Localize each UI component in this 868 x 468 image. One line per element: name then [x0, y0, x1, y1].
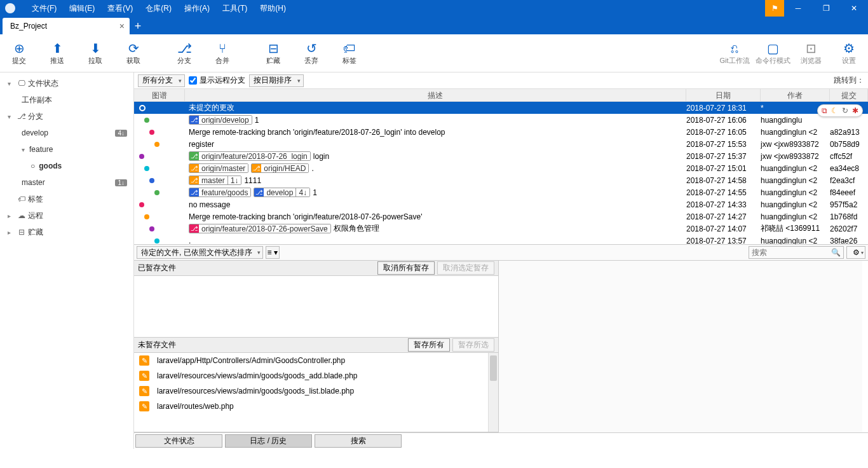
sidebar-branch-goods[interactable]: ○goods: [0, 158, 133, 174]
app-logo-icon: [5, 3, 15, 13]
commit-message: 未提交的更改: [189, 102, 234, 113]
unstaged-files-list[interactable]: ✎laravel/app/Http/Controllers/Admin/Good…: [134, 353, 488, 432]
commit-row[interactable]: ⎇origin/master⎇origin/HEAD.2018-07-27 15…: [134, 162, 868, 174]
branch-tag[interactable]: ⎇origin/feature/2018-07-26_login: [189, 151, 311, 161]
commit-row[interactable]: ⎇master1↓11112018-07-27 14:58huangdinglu…: [134, 174, 868, 186]
branch-tag[interactable]: ⎇origin/master: [189, 163, 248, 173]
merge-button[interactable]: ⑂合并: [203, 34, 241, 72]
file-row[interactable]: ✎laravel/app/Http/Controllers/Admin/Good…: [134, 353, 488, 368]
unstage-all-button[interactable]: 取消所有暂存: [377, 261, 435, 275]
col-graph[interactable]: 图谱: [134, 89, 185, 101]
branch-tag[interactable]: ⎇origin/HEAD: [251, 163, 309, 173]
pull-button[interactable]: ⬇拉取: [76, 34, 114, 72]
unstage-selected-button[interactable]: 取消选定暂存: [437, 261, 494, 275]
menu-help[interactable]: 帮助(H): [254, 3, 292, 14]
commit-date: 2018-07-27 13:57: [686, 237, 761, 245]
sidebar-stash[interactable]: ▸⊟贮藏: [0, 224, 133, 240]
file-row[interactable]: ✎laravel/resources/views/admin/goods/goo…: [134, 383, 488, 399]
commit-hash: f2ea3cf: [830, 176, 868, 185]
close-button[interactable]: ✕: [840, 0, 868, 17]
commit-row[interactable]: register2018-07-27 15:53jxw <jxw89338720…: [134, 138, 868, 150]
commit-row[interactable]: Merge remote-tracking branch 'origin/fea…: [134, 210, 868, 223]
sidebar-file-status[interactable]: ▾🖵文件状态: [0, 75, 133, 92]
sidebar-tags[interactable]: 🏷标签: [0, 191, 133, 207]
file-row[interactable]: ✎laravel/routes/web.php: [134, 399, 488, 414]
menu-tools[interactable]: 工具(T): [216, 3, 254, 14]
commit-button[interactable]: ⊕提交: [0, 34, 38, 72]
tag-button[interactable]: 🏷标签: [330, 34, 369, 72]
commit-row[interactable]: 未提交的更改2018-07-27 18:31*: [134, 102, 868, 114]
sidebar-branch-develop[interactable]: develop4↓: [0, 125, 133, 141]
branch-tag[interactable]: ⎇origin/feature/2018-07-26-powerSave: [189, 224, 331, 233]
unstaged-title: 未暂存文件: [138, 340, 176, 350]
diff-icon[interactable]: ⧉: [822, 106, 827, 115]
commit-row[interactable]: ⎇feature/goods⎇develop4↓12018-07-27 14:5…: [134, 186, 868, 198]
terminal-icon: ▢: [767, 41, 779, 56]
staged-files-list[interactable]: [134, 276, 498, 337]
sidebar-branches[interactable]: ▾⎇分支: [0, 108, 133, 125]
commit-row[interactable]: Merge remote-tracking branch 'origin/fea…: [134, 126, 868, 138]
stage-selected-button[interactable]: 暂存所选: [452, 338, 494, 352]
branch-button[interactable]: ⎇分支: [165, 34, 203, 72]
repo-tab[interactable]: Bz_Project ×: [3, 18, 130, 34]
sidebar-branch-feature[interactable]: ▾feature: [0, 141, 133, 158]
show-remote-checkbox[interactable]: 显示远程分支: [189, 75, 245, 86]
commit-row[interactable]: ⎇origin/develop12018-07-27 16:06huangdin…: [134, 114, 868, 126]
col-author[interactable]: 作者: [761, 89, 830, 101]
minimize-button[interactable]: ─: [784, 0, 812, 17]
modified-icon: ✎: [139, 355, 149, 366]
menu-file[interactable]: 文件(F): [25, 3, 63, 14]
search-input[interactable]: 🔍: [749, 246, 844, 259]
branch-tag[interactable]: ⎇master1↓: [189, 176, 241, 185]
moon-icon[interactable]: ☾: [831, 106, 838, 115]
pending-sort-dropdown[interactable]: 待定的文件, 已依照文件状态排序: [137, 246, 263, 259]
scrollbar[interactable]: [488, 353, 498, 432]
tab-log-history[interactable]: 日志 / 历史: [225, 434, 312, 448]
file-row[interactable]: ✎laravel/resources/views/admin/goods/goo…: [134, 368, 488, 383]
fetch-button[interactable]: ⟳获取: [114, 34, 153, 72]
commit-row[interactable]: no message2018-07-27 14:33huangdinglun <…: [134, 198, 868, 210]
discard-button[interactable]: ↺丢弃: [292, 34, 330, 72]
branch-tag[interactable]: ⎇develop4↓: [254, 188, 310, 197]
branch-tag[interactable]: ⎇feature/goods: [189, 188, 251, 197]
tab-close-icon[interactable]: ×: [119, 21, 125, 31]
gear-mini-icon[interactable]: ✱: [852, 106, 858, 115]
branch-filter-dropdown[interactable]: 所有分支: [138, 74, 185, 87]
tab-search[interactable]: 搜索: [315, 434, 402, 448]
sidebar-remote[interactable]: ▸☁远程: [0, 207, 133, 224]
notification-flag-icon[interactable]: ⚑: [765, 0, 784, 17]
commit-row[interactable]: ⎇origin/feature/2018-07-26-powerSave权限角色…: [134, 223, 868, 235]
gitflow-button[interactable]: ⎌Git工作流: [715, 34, 754, 72]
cloud-icon: ☁: [15, 211, 28, 220]
settings-button[interactable]: ⚙设置: [830, 34, 868, 72]
col-date[interactable]: 日期: [686, 89, 761, 101]
push-button[interactable]: ⬆推送: [38, 34, 76, 72]
commit-row[interactable]: .2018-07-27 13:57huangdinglun <238fae26: [134, 235, 868, 244]
commit-author: huangdinglun <2: [761, 237, 830, 245]
browser-button[interactable]: ⊡浏览器: [792, 34, 830, 72]
stage-all-button[interactable]: 暂存所有: [408, 338, 450, 352]
sort-dropdown[interactable]: 按日期排序: [249, 74, 304, 87]
detail-settings-button[interactable]: ⚙: [846, 246, 865, 259]
menu-view[interactable]: 查看(V): [101, 3, 139, 14]
view-mode-button[interactable]: ≡ ▾: [266, 246, 280, 259]
branch-tag[interactable]: ⎇origin/develop: [189, 115, 252, 125]
file-path: laravel/app/Http/Controllers/Admin/Goods…: [157, 356, 345, 365]
terminal-button[interactable]: ▢命令行模式: [754, 34, 792, 72]
menu-repo[interactable]: 仓库(R): [139, 3, 178, 14]
commit-row[interactable]: ⎇origin/feature/2018-07-26_loginlogin201…: [134, 150, 868, 162]
menu-edit[interactable]: 编辑(E): [63, 3, 101, 14]
sidebar-branch-master[interactable]: master1↓: [0, 174, 133, 191]
commit-message: login: [313, 152, 329, 161]
menu-actions[interactable]: 操作(A): [178, 3, 216, 14]
diff-panel: [498, 261, 862, 432]
refresh-mini-icon[interactable]: ↻: [842, 106, 848, 115]
col-desc[interactable]: 描述: [185, 89, 686, 101]
history-list[interactable]: ⧉ ☾ ↻ ✱ 未提交的更改2018-07-27 18:31*⎇origin/d…: [134, 102, 868, 244]
new-tab-button[interactable]: +: [130, 18, 146, 34]
sidebar-working-copy[interactable]: 工作副本: [0, 92, 133, 108]
stash-button[interactable]: ⊟贮藏: [254, 34, 292, 72]
tab-file-status[interactable]: 文件状态: [135, 434, 222, 448]
col-commit[interactable]: 提交: [830, 89, 868, 101]
maximize-button[interactable]: ❐: [812, 0, 840, 17]
